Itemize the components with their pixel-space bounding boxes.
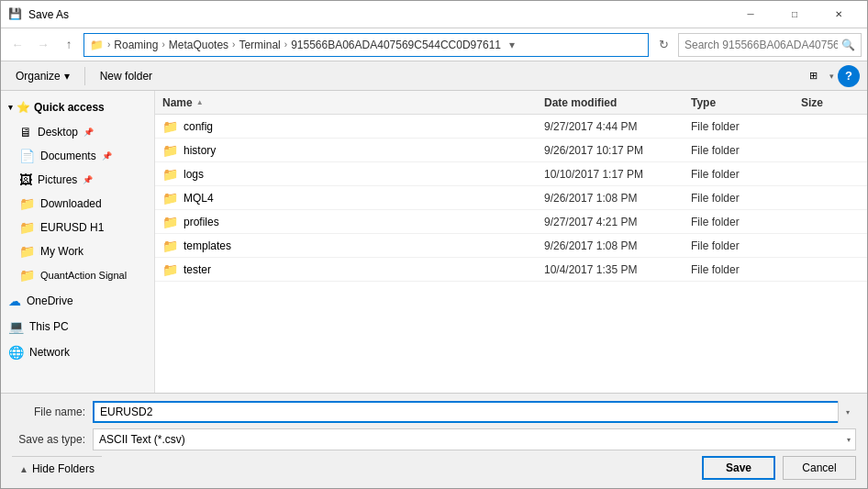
sidebar-item-quantaction[interactable]: 📁 QuantAction Signal xyxy=(1,263,154,287)
file-type-mql4: File folder xyxy=(684,192,794,205)
window-title: Save As xyxy=(28,8,69,21)
table-row[interactable]: 📁 templates 9/26/2017 1:08 PM File folde… xyxy=(155,234,867,258)
path-metaquotes[interactable]: MetaQuotes xyxy=(169,39,228,51)
file-name-templates: 📁 templates xyxy=(155,239,537,253)
path-id[interactable]: 915566BA06ADA407569C544CC0D97611 xyxy=(291,39,501,51)
file-list: Name ▲ Date modified Type Size 📁 config xyxy=(155,91,867,393)
expand-icon: ▾ xyxy=(8,103,13,112)
refresh-button[interactable]: ↻ xyxy=(652,34,674,56)
thispc-label: This PC xyxy=(29,320,69,333)
toolbar-right: ⊞ ▾ ? xyxy=(800,65,860,87)
address-path[interactable]: 📁 › Roaming › MetaQuotes › Terminal › 91… xyxy=(83,33,649,57)
forward-button[interactable]: → xyxy=(32,34,54,56)
file-date-logs: 10/10/2017 1:17 PM xyxy=(537,168,684,181)
close-button[interactable]: ✕ xyxy=(818,1,860,28)
file-name-logs: 📁 logs xyxy=(155,167,537,182)
organize-button[interactable]: Organize ▾ xyxy=(8,65,77,87)
table-row[interactable]: 📁 history 9/26/2017 10:17 PM File folder xyxy=(155,139,867,162)
onedrive-icon: ☁ xyxy=(8,294,21,308)
folder-icon: 📁 xyxy=(162,143,178,158)
minimize-button[interactable]: ─ xyxy=(729,1,772,28)
file-type-templates: File folder xyxy=(684,239,794,252)
table-row[interactable]: 📁 config 9/27/2017 4:44 PM File folder xyxy=(155,115,867,139)
hide-folders-button[interactable]: ▲ Hide Folders xyxy=(12,456,102,481)
filename-label: File name: xyxy=(12,406,85,418)
address-bar: ← → ↑ 📁 › Roaming › MetaQuotes › Termina… xyxy=(1,28,867,61)
mywork-folder-icon: 📁 xyxy=(19,244,35,259)
sidebar-item-mywork[interactable]: 📁 My Work xyxy=(1,239,154,263)
savetype-row: Save as type: ASCII Text (*.csv) ▾ xyxy=(12,428,856,450)
up-button[interactable]: ↑ xyxy=(58,34,80,56)
save-button[interactable]: Save xyxy=(702,456,775,480)
quick-access-header[interactable]: ▾ ⭐ Quick access xyxy=(1,94,154,120)
back-button[interactable]: ← xyxy=(6,34,28,56)
path-folder-icon: 📁 xyxy=(90,39,104,51)
table-row[interactable]: 📁 MQL4 9/26/2017 1:08 PM File folder xyxy=(155,186,867,210)
sort-arrow: ▲ xyxy=(196,98,204,106)
table-row[interactable]: 📁 profiles 9/27/2017 4:21 PM File folder xyxy=(155,210,867,234)
file-type-history: File folder xyxy=(684,144,794,157)
network-section: 🌐 Network xyxy=(1,340,154,364)
quick-access-section: ▾ ⭐ Quick access 🖥 Desktop 📌 📄 Documents… xyxy=(1,94,154,287)
search-box[interactable]: 🔍 xyxy=(678,33,862,57)
filename-dropdown-arrow[interactable]: ▾ xyxy=(838,401,856,423)
pin-icon-desktop: 📌 xyxy=(83,128,94,137)
quantaction-label: QuantAction Signal xyxy=(40,270,127,281)
path-dropdown-arrow[interactable]: ▾ xyxy=(505,34,519,56)
help-button[interactable]: ? xyxy=(838,65,860,87)
toolbar-separator xyxy=(84,67,85,85)
main-content: ▾ ⭐ Quick access 🖥 Desktop 📌 📄 Documents… xyxy=(1,91,867,393)
eurusd-label: EURUSD H1 xyxy=(40,221,104,234)
sidebar: ▾ ⭐ Quick access 🖥 Desktop 📌 📄 Documents… xyxy=(1,91,155,393)
sidebar-item-desktop[interactable]: 🖥 Desktop 📌 xyxy=(1,120,154,144)
col-date-header[interactable]: Date modified xyxy=(537,96,684,109)
sidebar-item-pictures[interactable]: 🖼 Pictures 📌 xyxy=(1,168,154,192)
col-size-header[interactable]: Size xyxy=(794,96,867,109)
file-name-profiles: 📁 profiles xyxy=(155,215,537,229)
sidebar-item-onedrive[interactable]: ☁ OneDrive xyxy=(1,289,154,313)
cancel-button[interactable]: Cancel xyxy=(783,456,856,480)
search-input[interactable] xyxy=(684,39,838,51)
sidebar-item-documents[interactable]: 📄 Documents 📌 xyxy=(1,144,154,168)
filename-input[interactable] xyxy=(93,401,856,423)
path-roaming[interactable]: Roaming xyxy=(114,39,158,51)
col-type-header[interactable]: Type xyxy=(684,96,794,109)
file-date-config: 9/27/2017 4:44 PM xyxy=(537,120,684,133)
path-terminal[interactable]: Terminal xyxy=(239,39,280,51)
onedrive-label: OneDrive xyxy=(27,295,73,307)
folder-icon: 📁 xyxy=(162,215,178,229)
folder-icon: 📁 xyxy=(162,119,178,134)
maximize-button[interactable]: □ xyxy=(773,1,816,28)
new-folder-label: New folder xyxy=(100,70,152,83)
pictures-label: Pictures xyxy=(38,173,77,186)
sidebar-item-network[interactable]: 🌐 Network xyxy=(1,340,154,364)
sidebar-item-downloaded[interactable]: 📁 Downloaded xyxy=(1,192,154,216)
button-row: ▲ Hide Folders Save Cancel xyxy=(12,456,856,481)
title-controls: ─ □ ✕ xyxy=(729,1,860,28)
filename-input-wrapper: ▾ xyxy=(93,401,856,423)
eurusd-folder-icon: 📁 xyxy=(19,220,35,235)
sidebar-item-eurusd[interactable]: 📁 EURUSD H1 xyxy=(1,216,154,239)
file-name-mql4: 📁 MQL4 xyxy=(155,191,537,206)
col-name-header[interactable]: Name ▲ xyxy=(155,96,537,109)
organize-chevron: ▾ xyxy=(64,70,70,83)
pictures-icon: 🖼 xyxy=(19,172,32,187)
file-date-profiles: 9/27/2017 4:21 PM xyxy=(537,216,684,228)
folder-icon: 📁 xyxy=(162,239,178,253)
new-folder-button[interactable]: New folder xyxy=(93,65,160,87)
thispc-icon: 💻 xyxy=(8,319,24,334)
sidebar-item-thispc[interactable]: 💻 This PC xyxy=(1,315,154,339)
file-type-tester: File folder xyxy=(684,263,794,276)
save-as-dialog: 💾 Save As ─ □ ✕ ← → ↑ 📁 › Roaming › Meta… xyxy=(0,0,868,489)
quick-access-label: Quick access xyxy=(34,101,105,114)
pin-icon-pictures: 📌 xyxy=(83,175,93,184)
onedrive-section: ☁ OneDrive xyxy=(1,289,154,313)
file-name-tester: 📁 tester xyxy=(155,262,537,277)
table-row[interactable]: 📁 tester 10/4/2017 1:35 PM File folder xyxy=(155,258,867,282)
file-type-config: File folder xyxy=(684,120,794,133)
view-toggle-button[interactable]: ⊞ xyxy=(800,65,826,87)
table-row[interactable]: 📁 logs 10/10/2017 1:17 PM File folder xyxy=(155,162,867,186)
network-label: Network xyxy=(29,346,70,359)
view-dropdown-arrow[interactable]: ▾ xyxy=(829,72,834,81)
savetype-select[interactable]: ASCII Text (*.csv) xyxy=(93,428,856,450)
